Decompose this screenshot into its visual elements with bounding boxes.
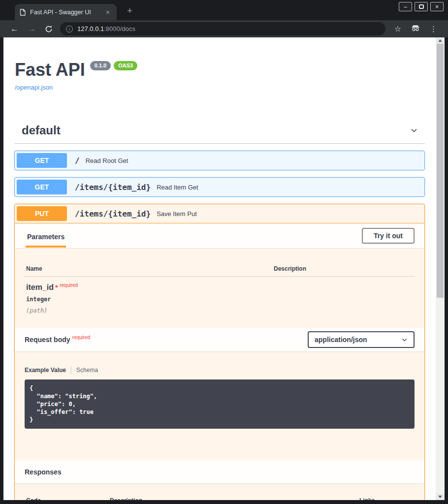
title-bar: Fast API - Swagger UI × + – × bbox=[0, 0, 448, 20]
method-badge-put: PUT bbox=[17, 206, 67, 221]
responses-header: Responses bbox=[15, 460, 424, 483]
forward-icon[interactable]: → bbox=[23, 25, 40, 33]
maximize-icon bbox=[419, 4, 424, 9]
endpoint-summary: Read Root Get bbox=[86, 157, 128, 164]
description-column-header: Description bbox=[110, 497, 359, 500]
example-json-code: { "name": "string", "price": 0, "is_offe… bbox=[25, 379, 415, 429]
opblock-summary[interactable]: GET / Read Root Get bbox=[15, 151, 424, 170]
description-column-header: Description bbox=[274, 265, 415, 272]
required-label: required bbox=[60, 283, 78, 288]
links-column-header: Links bbox=[359, 497, 415, 500]
api-title-row: Fast API 0.1.0 OAS3 bbox=[15, 60, 424, 80]
parameter-name-line: item_id*required bbox=[26, 283, 415, 292]
model-example-tabs: Example Value Schema bbox=[25, 367, 415, 374]
method-badge-get: GET bbox=[17, 153, 67, 168]
browser-menu-icon[interactable]: ⋮ bbox=[425, 25, 442, 33]
tab-title: Fast API - Swagger UI bbox=[30, 9, 99, 16]
request-body-label-group: Request bodyrequired bbox=[25, 335, 90, 344]
tab-divider bbox=[71, 367, 71, 374]
request-body-label: Request body bbox=[25, 336, 70, 344]
parameter-location: (path) bbox=[26, 307, 415, 314]
parameters-header: Parameters Try it out bbox=[15, 223, 424, 248]
oas3-badge: OAS3 bbox=[114, 61, 137, 70]
parameter-type: integer bbox=[26, 296, 415, 303]
page-document-icon bbox=[20, 9, 26, 16]
incognito-icon bbox=[406, 25, 425, 33]
endpoint-path: / bbox=[67, 156, 86, 165]
parameter-row-item-id: item_id*required integer (path) bbox=[25, 277, 415, 314]
close-button[interactable]: × bbox=[430, 2, 444, 11]
opblock-summary[interactable]: PUT /items/{item_id} Save Item Put bbox=[15, 204, 424, 223]
parameter-name: item_id bbox=[26, 283, 54, 291]
endpoint-path: /items/{item_id} bbox=[67, 183, 157, 192]
openapi-spec-link[interactable]: /openapi.json bbox=[15, 84, 53, 91]
scrollbar-thumb[interactable] bbox=[437, 44, 444, 298]
endpoint-summary: Read Item Get bbox=[157, 184, 198, 191]
opblock-get-root[interactable]: GET / Read Root Get bbox=[14, 151, 425, 170]
api-badges: 0.1.0 OAS3 bbox=[90, 61, 137, 70]
url-text[interactable]: 127.0.0.1:8000/docs bbox=[77, 25, 135, 32]
request-body-header: Request bodyrequired application/json bbox=[15, 328, 424, 351]
endpoint-summary: Save Item Put bbox=[157, 210, 197, 218]
reload-icon[interactable] bbox=[40, 25, 57, 33]
scroll-up-icon bbox=[438, 39, 442, 42]
back-icon[interactable]: ← bbox=[6, 25, 23, 33]
request-body-required: required bbox=[72, 335, 91, 340]
opblock-summary[interactable]: GET /items/{item_id} Read Item Get bbox=[15, 178, 424, 196]
responses-table-header: Code Description Links bbox=[25, 497, 415, 500]
parameters-table: Name Description item_id*required intege… bbox=[15, 248, 424, 328]
window-controls: – × bbox=[399, 2, 444, 11]
opblock-put-item: PUT /items/{item_id} Save Item Put Param… bbox=[14, 204, 425, 500]
address-bar[interactable]: i 127.0.0.1:8000/docs bbox=[60, 22, 385, 35]
api-info: Fast API 0.1.0 OAS3 /openapi.json bbox=[15, 60, 424, 92]
opblock-get-item[interactable]: GET /items/{item_id} Read Item Get bbox=[14, 177, 425, 197]
request-body-content: Example Value Schema { "name": "string",… bbox=[15, 351, 424, 460]
page-viewport: Fast API 0.1.0 OAS3 /openapi.json defaul… bbox=[3, 37, 445, 500]
method-badge-get: GET bbox=[17, 180, 67, 194]
responses-title: Responses bbox=[25, 468, 62, 476]
browser-toolbar: ← → i 127.0.0.1:8000/docs ☆ ⋮ bbox=[0, 20, 448, 37]
scrollbar-up-button[interactable] bbox=[436, 37, 445, 44]
new-tab-button[interactable]: + bbox=[124, 4, 135, 17]
page-scrollbar[interactable] bbox=[436, 37, 445, 500]
code-column-header: Code bbox=[26, 497, 110, 500]
version-badge: 0.1.0 bbox=[90, 61, 111, 70]
try-it-out-button[interactable]: Try it out bbox=[362, 228, 415, 244]
scroll-down-icon bbox=[438, 496, 442, 498]
parameters-table-header: Name Description bbox=[25, 258, 415, 277]
media-type-value: application/json bbox=[315, 336, 367, 344]
scrollbar-down-button[interactable] bbox=[436, 494, 445, 500]
api-title: Fast API bbox=[15, 60, 85, 80]
minimize-button[interactable]: – bbox=[399, 2, 412, 11]
media-type-select[interactable]: application/json bbox=[308, 331, 415, 348]
maximize-button[interactable] bbox=[415, 2, 428, 11]
browser-window: Fast API - Swagger UI × + – × ← → i 127.… bbox=[0, 0, 448, 504]
responses-table: Code Description Links 200 Successful Re… bbox=[15, 483, 424, 500]
tag-section-default[interactable]: default bbox=[14, 120, 425, 144]
tab-example-value[interactable]: Example Value bbox=[25, 367, 66, 374]
site-info-icon[interactable]: i bbox=[66, 26, 73, 32]
endpoint-path: /items/{item_id} bbox=[67, 209, 157, 219]
chevron-down-icon[interactable] bbox=[409, 126, 419, 135]
required-star: * bbox=[55, 284, 58, 291]
bookmark-star-icon[interactable]: ☆ bbox=[389, 24, 406, 33]
tag-name: default bbox=[22, 124, 61, 137]
name-column-header: Name bbox=[26, 265, 274, 272]
tab-close-icon[interactable]: × bbox=[104, 8, 112, 16]
tab-schema[interactable]: Schema bbox=[76, 367, 98, 374]
swagger-page: Fast API 0.1.0 OAS3 /openapi.json defaul… bbox=[3, 37, 436, 500]
browser-tab[interactable]: Fast API - Swagger UI × bbox=[15, 4, 117, 20]
tab-parameters[interactable]: Parameters bbox=[26, 224, 66, 248]
select-chevron-icon bbox=[401, 337, 408, 343]
